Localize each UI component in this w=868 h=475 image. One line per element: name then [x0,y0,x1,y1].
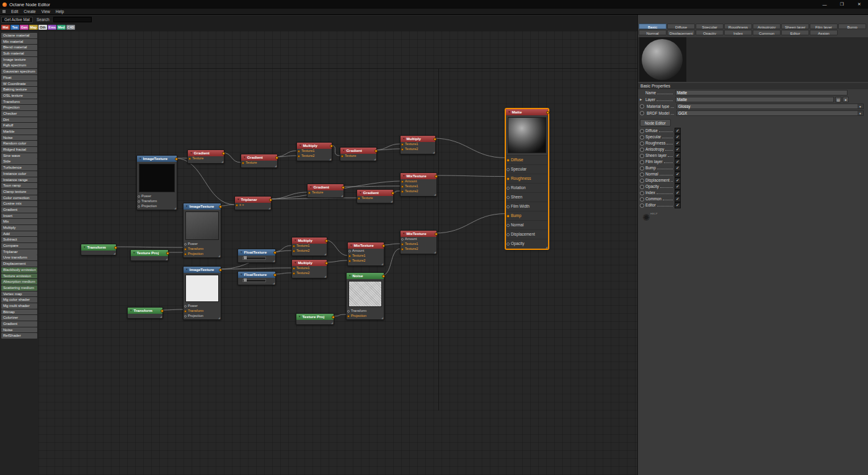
node-type-baking-texture[interactable]: Baking texture [1,87,37,92]
node-type-colorizer[interactable]: Colorizer [1,315,37,321]
output-port[interactable] [374,149,378,153]
node-header[interactable]: ▼Multiply [292,238,327,244]
layer-target-icon[interactable]: ● [843,97,849,102]
input-port[interactable] [401,190,404,193]
node-header[interactable]: ▼ImageTexture [137,156,177,162]
output-port[interactable] [391,192,394,195]
resize-grip[interactable]: ◢ [273,260,275,262]
menu-item-view[interactable]: View [42,9,50,14]
node-type-instance-range[interactable]: Instance range [1,177,37,183]
checkbox-displacement[interactable]: ✓ [675,177,681,184]
get-active-mat-button[interactable]: Get Active Mat [1,17,33,23]
panel-tab-opacity[interactable]: Opacity [696,30,724,35]
node-header[interactable]: ▼Multiply [401,136,435,142]
input-port[interactable] [293,245,295,247]
node-type-dirt[interactable]: Dirt [1,117,37,123]
collapse-icon[interactable]: ▼ [299,144,301,148]
resize-grip[interactable]: ◢ [546,246,547,249]
filter-tab-med[interactable]: Med [57,25,66,30]
reset-dot-icon[interactable] [640,197,644,202]
node-header[interactable]: ▼Noise [347,273,384,279]
node-type-marble[interactable]: Marble [1,129,37,135]
reset-dot-icon[interactable] [640,185,644,189]
input-port[interactable] [507,159,510,162]
checkbox-sheen-layer[interactable]: ✓ [675,153,681,159]
checkbox-opacity[interactable]: ✓ [675,184,681,190]
node-type-noise[interactable]: Noise [1,327,37,333]
layer-input[interactable] [675,97,834,102]
resize-grip[interactable]: ◢ [434,251,436,254]
input-port[interactable] [507,233,510,236]
app-menu-icon[interactable] [2,10,6,13]
input-port[interactable] [401,148,404,151]
node-type-projection[interactable]: Projection [1,105,37,110]
input-port[interactable] [308,192,311,194]
node-type-subtract[interactable]: Subtract [1,237,37,242]
checkbox-anisotropy[interactable]: ✓ [675,146,681,153]
resize-grip[interactable]: ◢ [221,161,223,163]
output-port[interactable] [219,205,222,208]
node-type-float[interactable]: Float [1,75,37,81]
input-port[interactable] [298,155,300,158]
input-port[interactable] [507,224,510,227]
input-port[interactable] [341,155,343,158]
resize-grip[interactable]: ◢ [329,158,331,161]
node-type-bitmap[interactable]: Bitmap [1,309,37,315]
input-port[interactable] [184,305,187,308]
node-type-ridged-fractal[interactable]: Ridged fractal [1,147,37,153]
resize-grip[interactable]: ◢ [324,253,326,255]
filter-tab-mat[interactable]: Mat [1,25,10,30]
input-port[interactable] [242,162,244,164]
collapse-icon[interactable]: ▼ [348,275,351,278]
input-port[interactable] [348,250,351,252]
collapse-icon[interactable]: ▼ [185,269,188,272]
panel-tab-common[interactable]: Common [753,30,781,35]
node-header[interactable]: ▼Texture Proj [296,314,334,320]
node-header[interactable]: ▼Gradient [340,148,376,154]
node-gradB[interactable]: ▼GradientTexture◢ [187,149,224,164]
node-type-mix[interactable]: Mix [1,219,37,224]
reset-dot-icon[interactable] [640,141,644,146]
input-port[interactable] [507,215,510,218]
node-type-side[interactable]: Side [1,159,37,164]
output-port[interactable] [433,138,436,141]
node-type-checker[interactable]: Checker [1,111,37,117]
panel-tab-diffuse[interactable]: Diffuse [667,24,695,29]
panel-tab-normal[interactable]: Normal [639,30,666,35]
collapse-icon[interactable]: ▼ [359,192,361,195]
search-input[interactable] [53,17,92,22]
checkbox-diffuse[interactable]: ✓ [675,128,681,134]
node-type-color-correction[interactable]: Color correction [1,195,37,201]
reset-dot-icon[interactable] [640,191,644,195]
expander-icon[interactable]: ▶ [640,98,644,101]
input-port[interactable] [401,185,404,188]
panel-tab-bump[interactable]: Bump [838,24,866,29]
output-port[interactable] [435,175,438,178]
input-port[interactable] [138,200,140,203]
node-header[interactable]: ▼Transform [81,244,116,251]
panel-tab-index[interactable]: Index [724,30,752,35]
node-triJ[interactable]: ▼Triplanarx +◢ [234,196,272,210]
node-header[interactable]: ▼MixTexture [401,231,436,237]
node-type-multiply[interactable]: Multiply [1,225,37,231]
filter-tab-tex[interactable]: Tex [11,25,19,30]
input-port[interactable] [184,315,187,317]
node-type-triplanar[interactable]: Triplanar [1,249,37,255]
resize-grip[interactable]: ◢ [331,322,333,324]
output-port[interactable] [325,262,328,265]
node-itexK[interactable]: ▼ImageTexturePowerTransformProjection◢ [183,203,221,258]
node-type-absorption-medium[interactable]: Absorption medium [1,279,37,285]
resize-grip[interactable]: ◢ [275,165,277,167]
collapse-icon[interactable]: ▼ [294,262,296,265]
output-port[interactable] [219,269,222,272]
reset-dot-icon[interactable] [640,135,644,140]
node-type-gradient[interactable]: Gradient [1,207,37,213]
node-editor-button[interactable]: Node Editor [640,119,671,127]
brdf-model-dropdown[interactable]: GGX ▾ [676,110,864,116]
node-type-refshader[interactable]: RefShader [1,333,37,339]
input-port[interactable] [293,267,295,270]
node-type-falloff[interactable]: Falloff [1,123,37,128]
output-port[interactable] [273,273,277,277]
checkbox-editor[interactable]: ✓ [675,202,681,208]
panel-tab-roughness[interactable]: Roughness [724,24,752,29]
